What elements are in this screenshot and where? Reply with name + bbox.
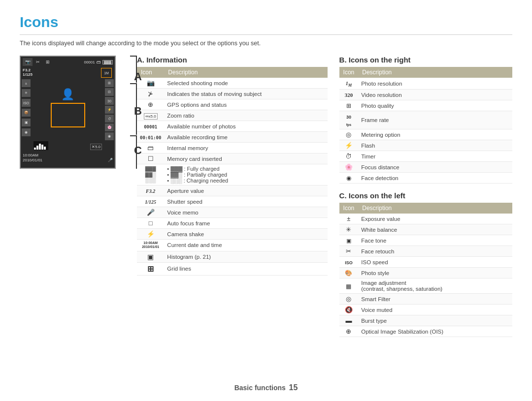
section-c-title: C. Icons on the left — [339, 191, 512, 200]
row-icon: ± — [339, 214, 359, 224]
table-row: ✳ White balance — [339, 224, 512, 235]
col-desc-a: Description — [164, 67, 327, 78]
row-desc: White balance — [358, 224, 512, 235]
row-desc: ISO speed — [358, 257, 512, 268]
table-row: ⚡ Camera shake — [137, 229, 328, 240]
row-desc: Exposure value — [358, 214, 512, 224]
row-desc: Internal memory — [164, 143, 327, 154]
row-desc: Frame rate — [358, 111, 512, 129]
datetime-icon: 10:00AM2010/01/01 — [137, 240, 164, 251]
col-icon-c: Icon — [339, 203, 359, 214]
table-row: 🎤 Voice memo — [137, 207, 328, 218]
table-row: □ Auto focus frame — [137, 218, 328, 229]
table-row: ⊁ Indicates the status of moving subject — [137, 89, 328, 99]
table-row: ✂ Face retouch — [339, 246, 512, 257]
row-icon: ⊁ — [137, 89, 164, 99]
row-desc: Metering option — [358, 129, 512, 140]
row-desc: Video resolution — [358, 90, 512, 100]
camera-diagram: 📷 ✂ ⊞ 00001 🗃 ▓▓▓ F3.21/125 1M — [20, 56, 128, 337]
row-desc: Histogram (p. 21) — [164, 251, 327, 262]
table-row: ISO ISO speed — [339, 257, 512, 268]
table-row: 🗃 Internal memory — [137, 143, 328, 154]
row-desc: Aperture value — [164, 185, 327, 196]
row-icon: ◉ — [339, 173, 359, 184]
section-c-table: Icon Description ± Exposure value ✳ Whit… — [339, 203, 512, 337]
row-icon: 00001 — [137, 121, 164, 132]
row-icon: 30fps — [339, 111, 359, 129]
grid-icon: ⊞ — [137, 262, 164, 275]
row-desc: Camera shake — [164, 229, 327, 240]
row-icon: 🔇 — [339, 305, 359, 315]
section-c-container: C. Icons on the left Icon Description ± … — [339, 191, 512, 337]
row-desc: Face retouch — [358, 246, 512, 257]
row-icon: ⚡ — [339, 140, 359, 151]
battery-desc: • ▓▓▓ : Fully charged • ▓▓░ : Partially … — [164, 164, 327, 185]
row-icon: 🌸 — [339, 162, 359, 173]
table-row: 00001 Available number of photos — [137, 121, 328, 132]
table-row: ▣ Histogram (p. 21) — [137, 251, 328, 262]
table-row: ▦ Image adjustment(contrast, sharpness, … — [339, 278, 512, 294]
col-desc-c: Description — [358, 203, 512, 214]
row-desc: Timer — [358, 151, 512, 162]
grid-desc: Grid lines — [164, 262, 327, 275]
row-icon: ✂ — [339, 246, 359, 257]
table-row: ◎ Metering option — [339, 129, 512, 140]
table-row: 00:01:00 Available recording time — [137, 132, 328, 143]
footer: Basic functions 15 — [0, 383, 532, 392]
table-row: 1/125 Shutter speed — [137, 196, 328, 207]
row-icon: F3.2 — [137, 185, 164, 196]
row-desc: Shutter speed — [164, 196, 327, 207]
table-row: ⊕ Optical Image Stabilization (OIS) — [339, 326, 512, 337]
row-icon: 320 — [339, 90, 359, 100]
row-desc: Optical Image Stabilization (OIS) — [358, 326, 512, 337]
row-desc: Burst type — [358, 315, 512, 326]
row-desc: Memory card inserted — [164, 154, 327, 164]
page-title: Icons — [20, 14, 512, 35]
row-icon: ◎ — [339, 294, 359, 305]
row-icon: 🎤 — [137, 207, 164, 218]
table-row: ⇔x5.0 Zoom ratio — [137, 110, 328, 121]
section-a: A. Information Icon Description 📷 Select… — [137, 56, 328, 337]
row-desc: Face detection — [358, 173, 512, 184]
table-row: ⊞ Grid lines — [137, 262, 328, 275]
row-icon: ▣ — [137, 251, 164, 262]
row-desc: Voice muted — [358, 305, 512, 315]
row-icon: □ — [137, 218, 164, 229]
row-icon: ✳ — [339, 224, 359, 235]
table-row: ⊞ Photo quality — [339, 100, 512, 111]
row-icon: ⊕ — [339, 326, 359, 337]
row-desc: Smart Filter — [358, 294, 512, 305]
table-row: ± Exposure value — [339, 214, 512, 224]
footer-page: 15 — [289, 383, 298, 392]
table-row: 📷 Selected shooting mode — [137, 78, 328, 89]
table-row: ▬ Burst type — [339, 315, 512, 326]
battery-icons: ▓▓▓ ▓▓░ ░░░ — [137, 164, 164, 185]
row-desc: Auto focus frame — [164, 218, 327, 229]
table-row: ◎ Smart Filter — [339, 294, 512, 305]
row-desc: Flash — [358, 140, 512, 151]
col-desc-b: Description — [358, 67, 512, 78]
col-icon-b: Icon — [339, 67, 359, 78]
row-desc: Available number of photos — [164, 121, 327, 132]
table-row: ☐ Memory card inserted — [137, 154, 328, 164]
table-row: 🌸 Focus distance — [339, 162, 512, 173]
section-a-table: Icon Description 📷 Selected shooting mod… — [137, 67, 328, 276]
row-icon: ▬ — [339, 315, 359, 326]
row-icon: ⊞ — [339, 100, 359, 111]
table-row: 🎨 Photo style — [339, 268, 512, 278]
row-desc: Photo quality — [358, 100, 512, 111]
row-icon: ⏱ — [339, 151, 359, 162]
datetime-desc: Current date and time — [164, 240, 327, 251]
row-desc: Voice memo — [164, 207, 327, 218]
footer-text: Basic functions — [234, 384, 286, 392]
row-desc: Zoom ratio — [164, 110, 327, 121]
row-icon: ⚡ — [137, 229, 164, 240]
row-desc: Selected shooting mode — [164, 78, 327, 89]
row-icon: ◎ — [339, 129, 359, 140]
row-icon: ISO — [339, 257, 359, 268]
row-desc: GPS options and status — [164, 99, 327, 110]
row-desc: Photo resolution — [358, 78, 512, 90]
camera-screen: 📷 ✂ ⊞ 00001 🗃 ▓▓▓ F3.21/125 1M — [20, 56, 116, 169]
page: Icons The icons displayed will change ac… — [0, 0, 532, 347]
table-row: ▣ Face tone — [339, 235, 512, 246]
